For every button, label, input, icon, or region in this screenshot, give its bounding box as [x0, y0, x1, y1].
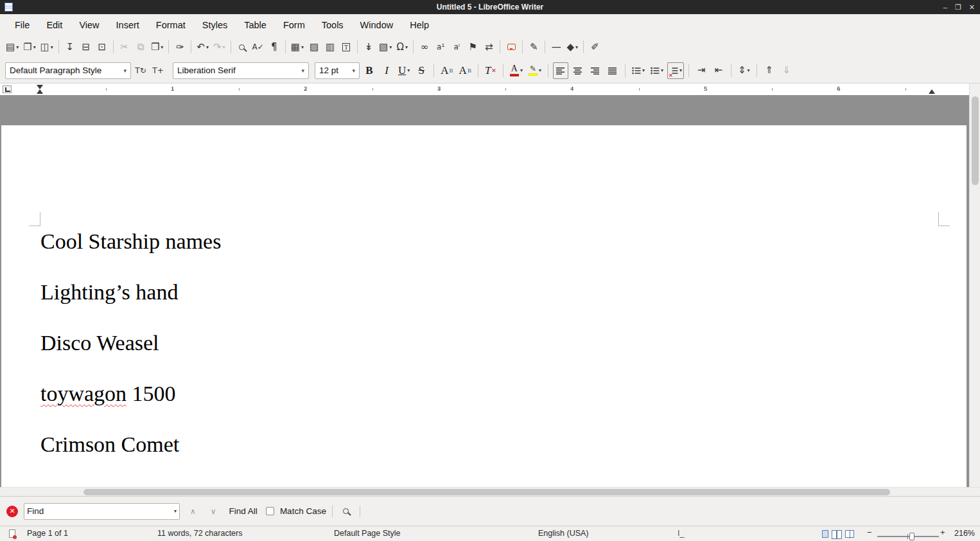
- unordered-list-button[interactable]: ▾: [630, 62, 647, 79]
- paste-button[interactable]: ❐▾: [149, 39, 165, 55]
- menu-window[interactable]: Window: [352, 17, 402, 33]
- find-and-replace-button[interactable]: [338, 503, 354, 520]
- italic-button[interactable]: I: [379, 62, 394, 79]
- multi-page-view-icon[interactable]: [832, 530, 842, 538]
- first-line-indent-marker[interactable]: [37, 85, 43, 89]
- menu-format[interactable]: Format: [148, 17, 194, 33]
- open-button[interactable]: ❒▾: [21, 39, 37, 55]
- insert-endnote-button[interactable]: aⁱ: [449, 39, 464, 55]
- save-button[interactable]: ◫▾: [39, 39, 55, 55]
- no-list-button[interactable]: ✕▾: [667, 62, 684, 79]
- vertical-scrollbar[interactable]: [969, 95, 980, 487]
- vertical-scrollbar-thumb[interactable]: [972, 96, 979, 185]
- paragraph[interactable]: Lighting’s hand: [40, 279, 933, 305]
- ordered-list-button[interactable]: ▾: [649, 62, 665, 79]
- insert-field-button[interactable]: ▧▾: [377, 39, 394, 55]
- zoom-out-button[interactable]: −: [867, 528, 872, 537]
- menu-insert[interactable]: Insert: [108, 17, 148, 33]
- line-spacing-button[interactable]: ⇕▾: [736, 62, 752, 79]
- restore-icon[interactable]: ❐: [955, 0, 961, 14]
- paragraph[interactable]: Cool Starship names: [40, 228, 933, 254]
- show-draw-functions-button[interactable]: ✐: [587, 39, 602, 55]
- minimize-icon[interactable]: –: [943, 0, 947, 14]
- paragraph[interactable]: Disco Weasel: [40, 330, 933, 356]
- close-icon[interactable]: ✕: [969, 0, 975, 14]
- left-indent-marker[interactable]: [37, 89, 43, 94]
- new-document-button[interactable]: ▤▾: [4, 39, 21, 55]
- selection-mode-icon[interactable]: I_: [678, 529, 684, 538]
- clear-formatting-button[interactable]: T✕: [483, 62, 498, 79]
- insert-line-button[interactable]: —: [548, 39, 564, 55]
- strikethrough-button[interactable]: S: [414, 62, 429, 79]
- decrease-indent-button[interactable]: ⇤: [711, 62, 726, 79]
- bold-button[interactable]: B: [362, 62, 377, 79]
- close-find-bar-button[interactable]: ✕: [6, 506, 18, 517]
- superscript-button[interactable]: AB: [439, 62, 455, 79]
- font-color-button[interactable]: A▾: [508, 62, 525, 79]
- menu-file[interactable]: File: [6, 17, 38, 33]
- menu-table[interactable]: Table: [236, 17, 275, 33]
- increase-indent-button[interactable]: ⇥: [694, 62, 709, 79]
- basic-shapes-button[interactable]: ◆▾: [564, 39, 580, 55]
- word-count-status[interactable]: 11 words, 72 characters: [157, 529, 242, 538]
- find-all-button[interactable]: Find All: [227, 505, 260, 517]
- find-replace-button[interactable]: [234, 39, 250, 55]
- align-left-button[interactable]: [553, 62, 568, 79]
- menu-view[interactable]: View: [71, 17, 107, 33]
- insert-table-button[interactable]: ▦▾: [289, 39, 306, 55]
- book-view-icon[interactable]: [845, 530, 854, 538]
- menu-form[interactable]: Form: [275, 17, 313, 33]
- new-style-button[interactable]: T+: [150, 62, 166, 79]
- insert-bookmark-button[interactable]: ⚑: [465, 39, 480, 55]
- horizontal-scrollbar-thumb[interactable]: [83, 489, 890, 495]
- page-count-status[interactable]: Page 1 of 1: [27, 529, 68, 538]
- insert-footnote-button[interactable]: a¹: [433, 39, 448, 55]
- paragraph-text[interactable]: 1500: [127, 382, 176, 405]
- zoom-level[interactable]: 216%: [954, 529, 975, 538]
- single-page-view-icon[interactable]: [822, 530, 828, 538]
- export-pdf-button[interactable]: ↧: [62, 39, 78, 55]
- track-changes-button[interactable]: ✎: [526, 39, 541, 55]
- spelling-button[interactable]: A✓: [250, 39, 266, 55]
- match-case-label[interactable]: Match Case: [280, 506, 326, 516]
- insert-chart-button[interactable]: ▥: [322, 39, 338, 55]
- font-name-combobox[interactable]: Liberation Serif ▾: [173, 62, 309, 79]
- language-status[interactable]: English (USA): [538, 529, 589, 538]
- insert-hyperlink-button[interactable]: ∞: [417, 39, 432, 55]
- menu-tools[interactable]: Tools: [313, 17, 352, 33]
- underline-button[interactable]: U▾: [396, 62, 412, 79]
- insert-special-character-button[interactable]: Ω▾: [394, 39, 410, 55]
- tab-stop-selector[interactable]: [3, 85, 12, 93]
- font-size-combobox[interactable]: 12 pt ▾: [315, 62, 360, 79]
- document-modified-icon[interactable]: [9, 529, 15, 538]
- increase-paragraph-spacing-button[interactable]: ⇑: [762, 62, 777, 79]
- print-preview-button[interactable]: ⊡: [94, 39, 110, 55]
- insert-page-break-button[interactable]: ↡: [361, 39, 376, 55]
- highlight-color-button[interactable]: ✎▾: [527, 62, 543, 79]
- page-style-status[interactable]: Default Page Style: [334, 529, 401, 538]
- clone-formatting-button[interactable]: ✑: [172, 39, 188, 55]
- match-case-checkbox[interactable]: [266, 507, 274, 515]
- menu-styles[interactable]: Styles: [194, 17, 236, 33]
- zoom-slider[interactable]: [877, 536, 939, 537]
- subscript-button[interactable]: AB: [457, 62, 473, 79]
- zoom-slider-thumb[interactable]: [909, 533, 914, 540]
- insert-textbox-button[interactable]: T: [338, 39, 354, 55]
- paragraph-style-combobox[interactable]: Default Paragraph Style ▾: [5, 62, 131, 79]
- formatting-marks-button[interactable]: ¶: [267, 39, 282, 55]
- undo-button[interactable]: ↶▾: [195, 39, 211, 55]
- insert-cross-reference-button[interactable]: ⇄: [481, 39, 496, 55]
- right-indent-marker[interactable]: [929, 89, 935, 94]
- justify-button[interactable]: [605, 62, 620, 79]
- insert-image-button[interactable]: ▨: [306, 39, 322, 55]
- align-center-button[interactable]: [570, 62, 586, 79]
- paragraph[interactable]: Crimson Comet: [40, 431, 933, 457]
- zoom-in-button[interactable]: +: [940, 528, 945, 537]
- paragraph[interactable]: toywagon 1500: [40, 380, 933, 407]
- print-button[interactable]: ⊟: [78, 39, 94, 55]
- find-combobox[interactable]: ▾: [24, 503, 180, 520]
- update-style-button[interactable]: T↻: [133, 62, 148, 79]
- document-page[interactable]: Cool Starship names Lighting’s hand Disc…: [1, 125, 967, 487]
- align-right-button[interactable]: [588, 62, 603, 79]
- menu-help[interactable]: Help: [401, 17, 437, 33]
